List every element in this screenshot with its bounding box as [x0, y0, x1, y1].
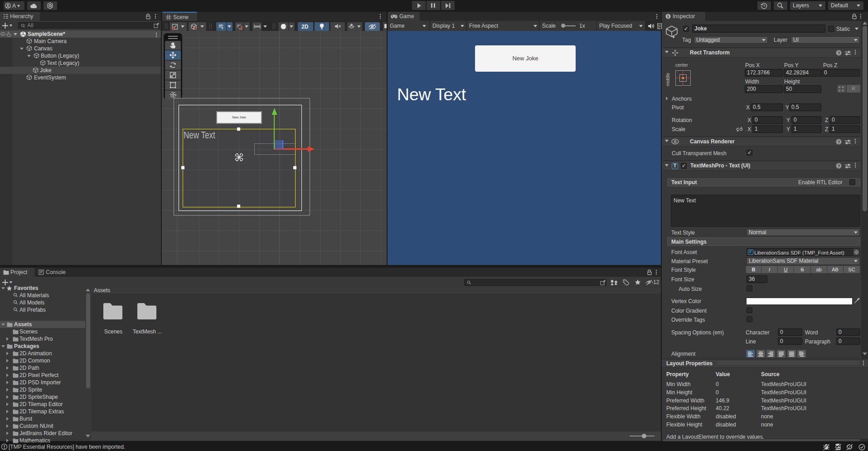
svg-text:?: ? [838, 140, 840, 144]
svg-text:?: ? [838, 164, 840, 168]
svg-text:Y: Y [221, 26, 223, 30]
svg-text:?: ? [838, 51, 840, 55]
